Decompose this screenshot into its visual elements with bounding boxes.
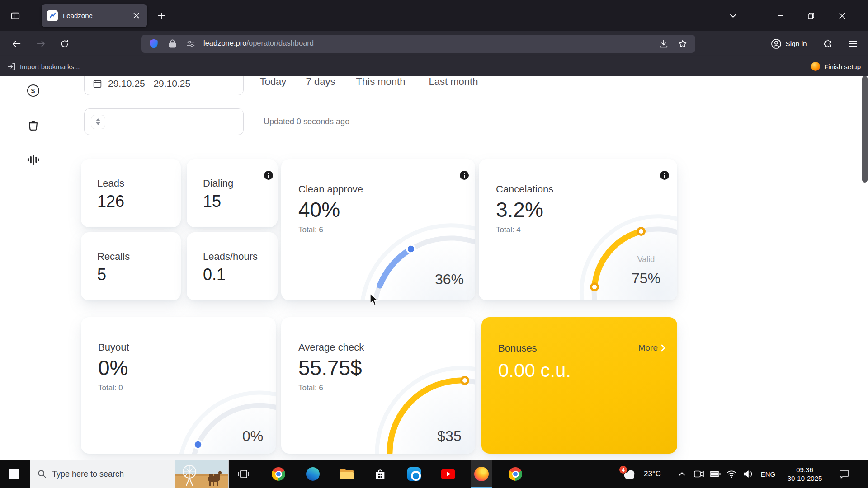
- outlook-icon[interactable]: [403, 460, 425, 488]
- chrome-icon-2[interactable]: [505, 460, 526, 488]
- sign-in-label: Sign in: [785, 40, 807, 48]
- tab-close-icon[interactable]: [130, 10, 142, 22]
- back-button[interactable]: [7, 35, 26, 53]
- audio-waveform-icon: [27, 154, 39, 166]
- clock-date: 30-10-2025: [788, 474, 822, 483]
- card-dialing: Dialing 15: [187, 159, 278, 227]
- microsoft-store-icon[interactable]: [369, 460, 391, 488]
- close-window-button[interactable]: [832, 0, 853, 31]
- calendar-icon: [93, 79, 102, 88]
- windows-taskbar: Type here to search: [0, 460, 868, 488]
- shopping-bag-icon: [27, 119, 39, 131]
- gauge-label: 75%: [618, 270, 674, 287]
- lock-icon[interactable]: [168, 39, 177, 48]
- card-value: 40%: [298, 198, 340, 221]
- filter-today[interactable]: Today: [260, 76, 287, 87]
- page-scrollbar[interactable]: [862, 76, 868, 460]
- card-title: Leads/hours: [203, 251, 258, 263]
- date-range-value: 29.10.25 - 29.10.25: [108, 78, 190, 89]
- weather-temperature[interactable]: 23°C: [640, 460, 665, 488]
- start-button[interactable]: [0, 460, 28, 488]
- info-icon[interactable]: [660, 171, 669, 180]
- task-view-button[interactable]: [233, 460, 255, 488]
- edge-icon[interactable]: [302, 460, 324, 488]
- tray-expand-chevron[interactable]: [673, 460, 691, 488]
- url-text[interactable]: leadzone.pro/operator/dashboard: [203, 39, 314, 47]
- filter-this-month[interactable]: This month: [356, 76, 406, 87]
- menu-hamburger-icon[interactable]: [843, 36, 863, 52]
- updated-status: Updated 0 seconds ago: [264, 117, 349, 127]
- sidebar-item-finance[interactable]: $: [26, 84, 40, 97]
- forward-button[interactable]: [31, 35, 50, 53]
- card-recalls: Recalls 5: [81, 232, 181, 300]
- finish-setup-button[interactable]: Finish setup: [811, 56, 861, 76]
- chrome-icon[interactable]: [268, 460, 289, 488]
- operator-select[interactable]: [84, 108, 244, 135]
- card-title: Buyout: [98, 342, 129, 353]
- reload-button[interactable]: [55, 35, 74, 53]
- card-value: 15: [203, 192, 221, 211]
- sign-in-button[interactable]: Sign in: [765, 36, 812, 52]
- taskbar-search[interactable]: Type here to search: [30, 460, 229, 488]
- extensions-icon[interactable]: [818, 36, 837, 52]
- bonuses-more-link[interactable]: More: [638, 343, 665, 353]
- firefox-view-button[interactable]: [7, 8, 24, 24]
- firefox-taskbar-icon[interactable]: [471, 460, 492, 488]
- card-value: 55.75$: [298, 356, 362, 380]
- youtube-icon[interactable]: [437, 460, 459, 488]
- site-permissions-icon[interactable]: [186, 39, 195, 48]
- download-icon[interactable]: [659, 39, 668, 48]
- dollar-icon: $: [27, 84, 39, 97]
- card-title: Leads: [97, 178, 124, 189]
- filter-7-days[interactable]: 7 days: [306, 76, 335, 87]
- search-icon: [38, 469, 47, 479]
- info-icon[interactable]: [460, 171, 469, 180]
- bookmark-star-icon[interactable]: [678, 39, 687, 48]
- info-icon[interactable]: [264, 171, 273, 180]
- url-bar[interactable]: leadzone.pro/operator/dashboard: [141, 35, 695, 53]
- tracking-protection-shield-icon[interactable]: [149, 38, 159, 49]
- firefox-logo-icon: [811, 62, 820, 71]
- file-explorer-icon[interactable]: [336, 460, 358, 488]
- import-bookmarks-label: Import bookmarks...: [20, 63, 80, 70]
- action-center-icon[interactable]: [834, 460, 854, 488]
- tab-list-chevron-icon[interactable]: [723, 8, 743, 24]
- card-leads-hours: Leads/hours 0.1: [187, 232, 278, 300]
- finish-setup-label: Finish setup: [824, 63, 861, 70]
- search-highlight-image[interactable]: [175, 460, 228, 488]
- sidebar-item-calls[interactable]: [26, 153, 40, 166]
- network-wifi-icon[interactable]: [723, 460, 740, 488]
- volume-icon[interactable]: [740, 460, 756, 488]
- weather-cloud-button[interactable]: 4: [620, 460, 638, 488]
- card-title: Clean approve: [298, 183, 363, 195]
- import-icon: [7, 62, 16, 71]
- card-title: Dialing: [203, 178, 233, 189]
- screen: Leadzone: [0, 0, 868, 488]
- maximize-button[interactable]: [801, 0, 821, 31]
- card-clean-approve: Clean approve 40% Total: 6 36%: [281, 159, 475, 300]
- browser-tab[interactable]: Leadzone: [42, 4, 147, 27]
- card-leads: Leads 126: [81, 159, 181, 227]
- new-tab-button[interactable]: [154, 8, 169, 23]
- card-cancelations: Cancelations 3.2% Total: 4 Valid 75%: [479, 159, 677, 300]
- windows-logo-icon: [9, 469, 19, 479]
- battery-icon[interactable]: [707, 460, 723, 488]
- scrollbar-thumb[interactable]: [862, 76, 868, 183]
- card-title: Average check: [298, 342, 364, 353]
- url-domain: leadzone.pro: [203, 39, 246, 47]
- meet-now-icon[interactable]: [691, 460, 707, 488]
- task-view-icon: [238, 469, 250, 479]
- card-total: Total: 4: [496, 225, 521, 235]
- filter-last-month[interactable]: Last month: [429, 76, 478, 87]
- minimize-button[interactable]: [770, 0, 791, 31]
- search-placeholder: Type here to search: [52, 469, 124, 479]
- language-indicator[interactable]: ENG: [758, 460, 778, 488]
- taskbar-clock[interactable]: 09:36 30-10-2025: [781, 460, 829, 488]
- browser-nav-bar: leadzone.pro/operator/dashboard Sign in: [0, 31, 868, 56]
- notification-badge: 4: [619, 466, 627, 474]
- date-range-input[interactable]: 29.10.25 - 29.10.25: [84, 76, 244, 95]
- import-bookmarks-button[interactable]: Import bookmarks...: [7, 56, 80, 76]
- card-total: Total: 6: [298, 383, 323, 393]
- sidebar-item-orders[interactable]: [26, 118, 40, 131]
- gauge-label: 36%: [421, 271, 475, 288]
